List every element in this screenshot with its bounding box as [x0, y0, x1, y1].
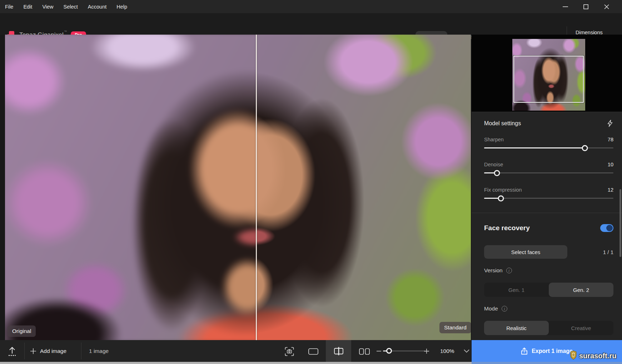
model-settings-header: Model settings: [484, 120, 613, 127]
mode-segmented-control: Realistic Creative: [484, 321, 613, 335]
plus-icon: [30, 348, 36, 354]
close-icon: [604, 4, 609, 9]
navigator-strip: [472, 35, 622, 112]
original-badge: Original: [8, 325, 36, 337]
plus-icon: [424, 349, 429, 354]
menu-help[interactable]: Help: [111, 0, 132, 13]
faces-count: 1 / 1: [603, 249, 613, 255]
sharpen-slider-fill: [484, 147, 585, 148]
minus-icon: [377, 351, 381, 352]
close-button[interactable]: [596, 0, 617, 13]
face-recovery-title: Face recovery: [484, 224, 530, 232]
split-view-icon: [334, 347, 344, 356]
zoom-dropdown-button[interactable]: [464, 348, 469, 354]
menu-view[interactable]: View: [37, 0, 58, 13]
select-faces-row: Select faces 1 / 1: [484, 245, 613, 259]
zoom-percent[interactable]: 100%: [440, 340, 454, 362]
maximize-button[interactable]: [576, 0, 596, 13]
export-button-label: Export 1 image: [532, 348, 573, 354]
menu-select[interactable]: Select: [59, 0, 83, 13]
lightning-icon[interactable]: [607, 120, 613, 127]
fix-compression-label: Fix compression: [484, 187, 522, 193]
add-image-label: Add image: [40, 348, 66, 354]
crest-icon: [569, 350, 578, 360]
gigapixel-window: File Edit View Select Account Help Topaz…: [0, 0, 622, 364]
menu-file[interactable]: File: [0, 0, 18, 13]
maximize-icon: [583, 4, 588, 9]
split-view-button[interactable]: [333, 347, 344, 356]
sharpen-slider[interactable]: [484, 147, 613, 148]
panel-scrollbar[interactable]: [619, 189, 621, 257]
compare-divider-line[interactable]: [256, 35, 257, 340]
fix-compression-value: 12: [608, 187, 613, 193]
window-bottom-edge-right: [472, 362, 622, 364]
sharpen-label: Sharpen: [484, 137, 504, 142]
focus-view-button[interactable]: [284, 347, 294, 357]
fix-compression-slider-thumb[interactable]: [498, 195, 504, 201]
denoise-value: 10: [608, 162, 613, 167]
toolbar-separator: [81, 343, 81, 359]
version-option-gen2[interactable]: Gen. 2: [549, 283, 613, 297]
sharpen-slider-thumb[interactable]: [582, 145, 588, 151]
version-label: Version: [484, 267, 503, 274]
face-recovery-toggle[interactable]: [600, 224, 613, 232]
toggle-knob: [606, 225, 613, 231]
standard-badge: Standard: [439, 322, 471, 333]
sharpen-slider-row: Sharpen 78: [484, 137, 613, 148]
menu-edit[interactable]: Edit: [18, 0, 37, 13]
minimize-icon: [563, 6, 568, 7]
single-view-icon: [308, 348, 318, 355]
mode-option-realistic[interactable]: Realistic: [484, 321, 549, 335]
mode-info-icon[interactable]: i: [502, 306, 507, 312]
upload-button[interactable]: [7, 345, 17, 357]
image-count: 1 image: [89, 340, 109, 362]
denoise-label: Denoise: [484, 162, 503, 167]
zoom-in-button[interactable]: [424, 347, 429, 356]
upload-arrow-icon: [8, 346, 16, 357]
version-info-icon[interactable]: i: [506, 268, 512, 273]
fix-compression-slider-row: Fix compression 12: [484, 187, 613, 199]
side-by-side-icon: [359, 348, 370, 355]
section-divider: [472, 213, 622, 213]
zoom-slider[interactable]: [383, 350, 425, 352]
window-controls: [555, 0, 617, 13]
side-by-side-view-button[interactable]: [359, 348, 370, 355]
image-canvas[interactable]: Original Standard: [5, 35, 471, 340]
single-view-button[interactable]: [308, 348, 319, 355]
model-settings-title: Model settings: [484, 120, 521, 127]
app-header: Topaz Gigapixel™ Pro i Help Topaz Labs -…: [0, 13, 622, 35]
denoise-slider-row: Denoise 10: [484, 162, 613, 173]
denoise-slider[interactable]: [484, 172, 613, 173]
watermark-text: surasoft.ru: [579, 352, 616, 360]
mode-option-creative[interactable]: Creative: [549, 321, 613, 335]
toolbar-separator: [24, 343, 25, 359]
zoom-slider-thumb[interactable]: [386, 348, 392, 354]
navigator-viewport-rect[interactable]: [513, 56, 584, 103]
zoom-out-button[interactable]: [376, 349, 382, 354]
minimize-button[interactable]: [555, 0, 576, 13]
menu-bar: File Edit View Select Account Help: [0, 0, 622, 13]
add-image-button[interactable]: Add image: [30, 340, 66, 362]
settings-panel: Model settings Sharpen 78 Denoise 10: [472, 35, 622, 340]
face-recovery-header: Face recovery: [484, 224, 613, 232]
version-segmented-control: Gen. 1 Gen. 2: [484, 283, 613, 297]
sharpen-value: 78: [608, 137, 613, 142]
select-faces-button[interactable]: Select faces: [484, 245, 567, 259]
export-icon: [521, 347, 528, 355]
menu-account[interactable]: Account: [83, 0, 111, 13]
version-label-row: Version i: [484, 267, 512, 274]
mode-label: Mode: [484, 305, 498, 312]
denoise-slider-thumb[interactable]: [494, 170, 500, 176]
fix-compression-slider[interactable]: [484, 198, 613, 199]
watermark: surasoft.ru: [569, 350, 616, 360]
trademark-mark: ™: [64, 30, 67, 33]
mode-label-row: Mode i: [484, 305, 507, 312]
camera-focus-icon: [285, 347, 294, 356]
version-option-gen1[interactable]: Gen. 1: [484, 283, 549, 297]
chevron-down-icon: [464, 349, 469, 353]
bottom-toolbar: Add image 1 image: [0, 340, 471, 362]
